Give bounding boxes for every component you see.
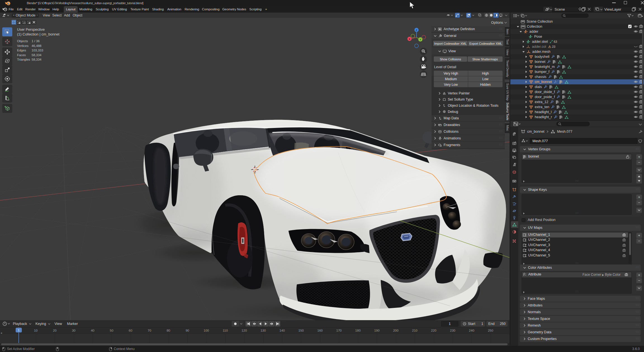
svg-text:Z: Z <box>416 29 417 32</box>
svg-text:Y: Y <box>420 38 421 41</box>
svg-text:X: X <box>409 38 410 41</box>
